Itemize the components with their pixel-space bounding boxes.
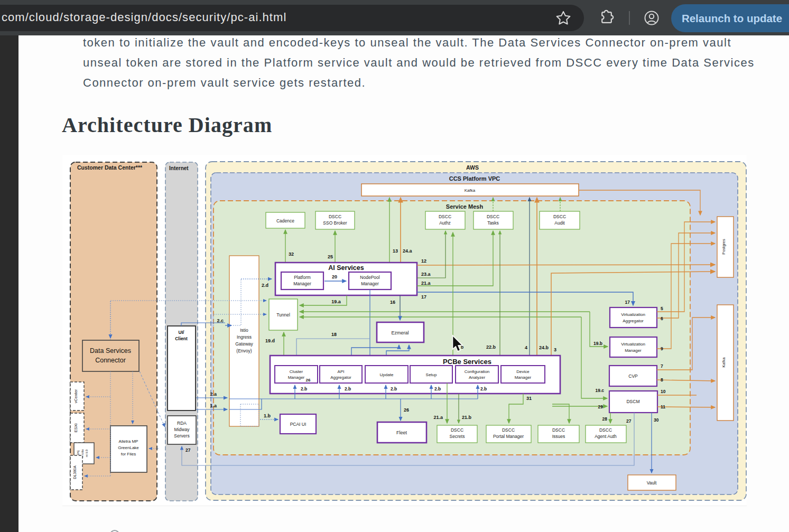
svg-text:Internet: Internet <box>169 165 189 171</box>
svg-text:nt li.0: nt li.0 <box>85 449 88 457</box>
svg-text:Audit: Audit <box>554 220 565 226</box>
svg-text:Customer Data Center***: Customer Data Center*** <box>77 164 143 171</box>
svg-text:Secrets: Secrets <box>450 434 465 439</box>
svg-text:Platform: Platform <box>294 275 311 280</box>
svg-text:27: 27 <box>626 418 632 424</box>
svg-text:19.c: 19.c <box>595 388 604 393</box>
svg-text:ESXi: ESXi <box>73 423 78 432</box>
svg-text:CVP: CVP <box>628 374 638 379</box>
svg-text:27: 27 <box>185 447 191 453</box>
svg-text:Analyzer: Analyzer <box>469 375 485 380</box>
svg-text:GreenLake: GreenLake <box>118 445 139 450</box>
svg-text:DSCC: DSCC <box>439 214 451 219</box>
svg-text:UI/: UI/ <box>179 330 185 335</box>
svg-text:PCBe Services: PCBe Services <box>443 358 491 366</box>
svg-text:23.a: 23.a <box>421 272 431 277</box>
svg-text:Connector: Connector <box>95 357 126 364</box>
svg-text:12: 12 <box>421 258 426 264</box>
svg-text:17: 17 <box>421 294 426 300</box>
svg-text:Agent Auth: Agent Auth <box>595 434 617 439</box>
svg-text:(Envoy): (Envoy) <box>236 348 252 353</box>
svg-text:Device: Device <box>516 369 530 374</box>
svg-text:24.b: 24.b <box>539 345 549 350</box>
svg-text:Alletra MP: Alletra MP <box>119 439 138 444</box>
svg-text:26: 26 <box>306 378 311 382</box>
svg-text:AWS: AWS <box>466 164 479 171</box>
svg-text:7: 7 <box>661 363 663 369</box>
svg-text:2.b: 2.b <box>391 386 397 391</box>
svg-text:18: 18 <box>331 332 337 337</box>
svg-text:PCAI UI: PCAI UI <box>290 422 307 427</box>
svg-text:Virtualization: Virtualization <box>621 312 645 317</box>
svg-text:Ezmeral: Ezmeral <box>391 330 409 335</box>
svg-text:13: 13 <box>393 248 398 254</box>
svg-text:17: 17 <box>625 300 630 305</box>
svg-text:DSCC: DSCC <box>552 427 565 433</box>
svg-text:DSCM: DSCM <box>626 399 639 404</box>
svg-text:22.b: 22.b <box>486 344 496 350</box>
svg-text:19.a: 19.a <box>331 299 341 304</box>
svg-text:24.a: 24.a <box>403 248 413 254</box>
svg-text:Virtualization: Virtualization <box>621 342 645 347</box>
svg-text:Kafka: Kafka <box>721 357 726 368</box>
svg-text:Portal Manager: Portal Manager <box>493 434 524 439</box>
svg-text:32: 32 <box>289 251 294 257</box>
svg-text:Midway: Midway <box>174 427 190 432</box>
svg-text:Aggregator: Aggregator <box>330 375 351 380</box>
svg-text:DSCC: DSCC <box>487 214 499 219</box>
svg-text:2.b: 2.b <box>301 386 307 391</box>
svg-text:6: 6 <box>661 316 663 321</box>
svg-text:1.b: 1.b <box>264 413 271 418</box>
svg-text:2.a: 2.a <box>210 391 217 397</box>
svg-text:Servers: Servers <box>174 433 189 438</box>
svg-text:2.b: 2.b <box>345 386 351 391</box>
svg-text:NodePool: NodePool <box>360 275 379 280</box>
svg-text:Fleet: Fleet <box>396 430 407 435</box>
svg-text:Tunnel: Tunnel <box>276 312 290 318</box>
svg-text:Authz: Authz <box>439 220 451 226</box>
svg-text:DSCC: DSCC <box>599 427 612 433</box>
svg-text:Client: Client <box>175 336 188 341</box>
svg-text:26: 26 <box>404 407 409 413</box>
svg-text:3: 3 <box>554 347 556 352</box>
svg-text:1.a: 1.a <box>210 403 217 408</box>
svg-text:SSO Broker: SSO Broker <box>323 220 347 226</box>
svg-text:2.b: 2.b <box>480 386 487 391</box>
svg-text:10: 10 <box>661 389 666 394</box>
svg-text:8: 8 <box>661 377 663 382</box>
svg-text:Kafka: Kafka <box>465 188 476 193</box>
svg-text:Tasks: Tasks <box>487 220 499 226</box>
svg-text:Update: Update <box>380 372 394 377</box>
svg-text:Postgres: Postgres <box>721 239 726 255</box>
svg-text:DSCC: DSCC <box>502 427 515 433</box>
svg-text:DSCC: DSCC <box>329 214 341 219</box>
svg-text:21.b: 21.b <box>462 415 472 420</box>
svg-text:RDA: RDA <box>177 421 187 426</box>
svg-text:9: 9 <box>661 346 663 351</box>
svg-text:Aggregator: Aggregator <box>623 319 644 323</box>
svg-text:Service Mesh: Service Mesh <box>446 203 484 210</box>
svg-text:DSCC: DSCC <box>553 214 566 219</box>
svg-text:21.a: 21.a <box>433 415 443 420</box>
svg-text:2.d: 2.d <box>262 283 268 288</box>
svg-text:29: 29 <box>598 404 604 409</box>
svg-text:Vault: Vault <box>647 480 657 486</box>
svg-text:AI Services: AI Services <box>328 264 364 272</box>
svg-text:vCenter: vCenter <box>73 389 78 403</box>
svg-text:19.b: 19.b <box>593 341 602 346</box>
svg-text:30: 30 <box>654 417 659 423</box>
svg-text:Data Services: Data Services <box>90 347 131 354</box>
svg-text:16: 16 <box>390 300 395 305</box>
svg-text:11: 11 <box>661 404 665 409</box>
svg-text:31: 31 <box>526 396 532 401</box>
svg-text:2.b: 2.b <box>434 386 441 391</box>
svg-text:Manager: Manager <box>515 375 532 380</box>
svg-text:19.d: 19.d <box>265 338 275 343</box>
svg-text:Cadence: Cadence <box>276 218 294 223</box>
svg-text:Cluster: Cluster <box>290 369 303 374</box>
svg-text:DL380A: DL380A <box>73 465 77 479</box>
svg-text:4: 4 <box>525 345 527 350</box>
svg-text:Manager: Manager <box>361 281 379 286</box>
svg-text:Manager: Manager <box>625 348 642 353</box>
svg-text:Istio: Istio <box>240 328 248 333</box>
